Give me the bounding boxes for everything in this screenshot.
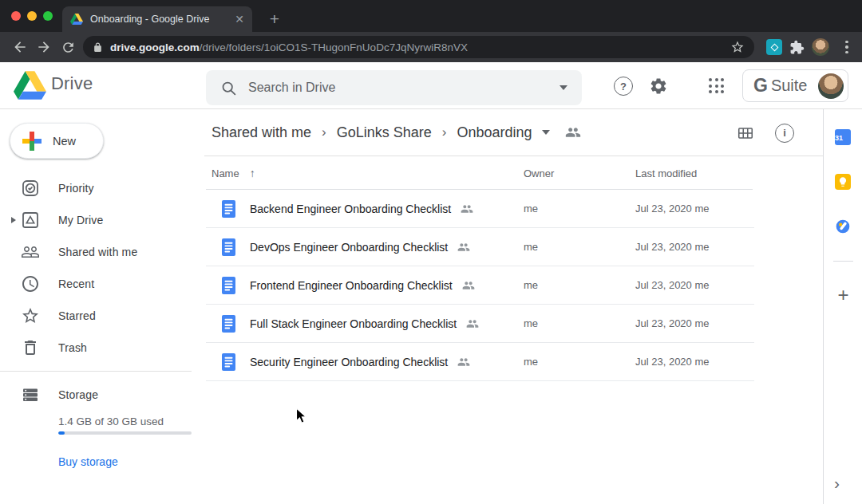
sidebar-item-starred[interactable]: Starred bbox=[0, 300, 204, 332]
file-name[interactable]: Backend Engineer Onboarding Checklist bbox=[250, 203, 451, 215]
settings-gear-icon[interactable] bbox=[649, 77, 668, 96]
file-row[interactable]: DevOps Engineer Onboarding ChecklistmeJu… bbox=[206, 228, 754, 266]
add-app-icon[interactable]: + bbox=[833, 285, 853, 305]
url-path: /drive/folders/1oiCO1S-THugonFnUoDc7JqNy… bbox=[200, 41, 468, 53]
sidebar-nav: PriorityMy DriveShared with meRecentStar… bbox=[0, 172, 204, 364]
folder-dropdown-caret-icon[interactable] bbox=[542, 130, 550, 135]
calendar-icon[interactable]: 31 bbox=[835, 129, 851, 145]
window-close-button[interactable] bbox=[11, 11, 21, 21]
search-options-caret-icon[interactable] bbox=[560, 85, 567, 90]
tab-close-icon[interactable]: ✕ bbox=[235, 14, 244, 25]
column-header-name[interactable]: Name bbox=[212, 167, 239, 179]
collapse-panel-chevron-icon[interactable]: › bbox=[834, 474, 840, 493]
storage-usage-text: 1.4 GB of 30 GB used bbox=[58, 415, 164, 427]
breadcrumb: Shared with me›GoLinks Share›Onboarding … bbox=[204, 109, 823, 156]
breadcrumb-item-golinks-share[interactable]: GoLinks Share bbox=[337, 124, 432, 141]
file-name[interactable]: Security Engineer Onboarding Checklist bbox=[250, 356, 448, 368]
sidebar-item-shared-with-me[interactable]: Shared with me bbox=[0, 236, 204, 268]
sidebar-item-storage[interactable]: Storage bbox=[0, 379, 204, 411]
google-doc-icon bbox=[222, 200, 235, 218]
url-domain: drive.google.com bbox=[110, 41, 200, 53]
keep-icon[interactable] bbox=[835, 174, 851, 190]
recent-icon bbox=[21, 274, 40, 293]
grid-view-icon[interactable] bbox=[737, 124, 754, 142]
lock-icon[interactable] bbox=[93, 42, 103, 53]
calendar-day: 31 bbox=[835, 134, 843, 142]
sidebar-item-recent[interactable]: Recent bbox=[0, 268, 204, 300]
forward-icon[interactable] bbox=[32, 35, 56, 59]
reload-icon[interactable] bbox=[56, 35, 80, 59]
drive-logo-icon[interactable] bbox=[14, 71, 46, 100]
extension-badge-icon[interactable] bbox=[766, 39, 782, 55]
info-icon[interactable]: i bbox=[775, 124, 794, 143]
help-icon[interactable]: ? bbox=[614, 77, 633, 96]
account-avatar[interactable] bbox=[818, 73, 844, 99]
sidebar-item-label: Trash bbox=[58, 341, 87, 354]
sidebar-item-label: My Drive bbox=[58, 214, 103, 226]
sidebar-item-my-drive[interactable]: My Drive bbox=[0, 204, 204, 236]
sort-ascending-icon[interactable]: ↑ bbox=[250, 167, 255, 179]
google-doc-icon bbox=[222, 353, 235, 371]
file-modified: Jul 23, 2020 me bbox=[635, 241, 754, 253]
storage-label: Storage bbox=[58, 388, 98, 401]
browser-menu-icon[interactable] bbox=[840, 41, 854, 53]
trash-icon bbox=[21, 338, 40, 357]
panel-divider bbox=[833, 261, 853, 262]
drive-header: Drive Search in Drive ? G Suite bbox=[0, 62, 862, 109]
new-button[interactable]: New bbox=[10, 123, 104, 159]
file-row[interactable]: Backend Engineer Onboarding ChecklistmeJ… bbox=[206, 190, 754, 228]
url-bar[interactable]: drive.google.com/drive/folders/1oiCO1S-T… bbox=[83, 36, 754, 58]
shared-people-icon bbox=[461, 203, 473, 215]
companion-panel: 31 + › bbox=[823, 109, 862, 504]
sidebar-item-label: Priority bbox=[58, 182, 94, 195]
google-apps-grid-icon[interactable] bbox=[709, 78, 725, 94]
file-list: Backend Engineer Onboarding ChecklistmeJ… bbox=[204, 190, 823, 381]
file-name[interactable]: Full Stack Engineer Onboarding Checklist bbox=[250, 317, 457, 330]
google-plus-icon bbox=[22, 132, 42, 151]
file-name[interactable]: DevOps Engineer Onboarding Checklist bbox=[250, 241, 448, 254]
file-table-header: Name ↑ Owner Last modified bbox=[204, 156, 823, 190]
buy-storage-link[interactable]: Buy storage bbox=[58, 455, 118, 468]
search-bar[interactable]: Search in Drive bbox=[206, 70, 582, 105]
file-row[interactable]: Full Stack Engineer Onboarding Checklist… bbox=[206, 305, 754, 343]
expand-arrow-icon[interactable] bbox=[11, 217, 16, 223]
browser-tab-bar: Onboarding - Google Drive ✕ + bbox=[0, 0, 862, 32]
column-header-owner[interactable]: Owner bbox=[524, 167, 635, 179]
drive-favicon-icon bbox=[70, 14, 83, 25]
file-name[interactable]: Frontend Engineer Onboarding Checklist bbox=[250, 279, 453, 292]
new-tab-button[interactable]: + bbox=[263, 8, 286, 30]
file-row[interactable]: Frontend Engineer Onboarding Checklistme… bbox=[206, 266, 754, 305]
search-icon[interactable] bbox=[220, 80, 237, 96]
extensions-puzzle-icon[interactable] bbox=[789, 40, 805, 55]
sidebar-item-priority[interactable]: Priority bbox=[0, 172, 204, 204]
back-icon[interactable] bbox=[8, 35, 32, 59]
breadcrumb-item-onboarding[interactable]: Onboarding bbox=[457, 124, 532, 141]
new-button-label: New bbox=[53, 135, 76, 148]
window-zoom-button[interactable] bbox=[43, 11, 53, 21]
browser-profile-avatar[interactable] bbox=[812, 38, 829, 56]
main-content: Shared with me›GoLinks Share›Onboarding … bbox=[204, 109, 823, 504]
shared-people-icon bbox=[462, 279, 475, 292]
file-row[interactable]: Security Engineer Onboarding Checklistme… bbox=[206, 343, 754, 381]
tab-title: Onboarding - Google Drive bbox=[90, 14, 230, 25]
tasks-icon[interactable] bbox=[835, 219, 851, 234]
google-doc-icon bbox=[222, 277, 235, 294]
bookmark-star-icon[interactable] bbox=[730, 40, 745, 54]
file-modified: Jul 23, 2020 me bbox=[635, 356, 754, 368]
column-header-modified[interactable]: Last modified bbox=[635, 167, 823, 179]
search-input[interactable]: Search in Drive bbox=[248, 81, 560, 95]
google-doc-icon bbox=[222, 238, 235, 256]
account-brand-badge[interactable]: G Suite bbox=[742, 69, 848, 102]
breadcrumb-item-shared-with-me[interactable]: Shared with me bbox=[212, 124, 311, 141]
app-name[interactable]: Drive bbox=[51, 73, 93, 94]
priority-icon bbox=[21, 179, 40, 198]
window-minimize-button[interactable] bbox=[27, 11, 37, 21]
file-owner: me bbox=[524, 241, 635, 253]
my-drive-icon bbox=[21, 211, 40, 230]
storage-icon bbox=[21, 385, 40, 404]
browser-tab[interactable]: Onboarding - Google Drive ✕ bbox=[62, 6, 252, 32]
sidebar-item-label: Shared with me bbox=[58, 246, 137, 258]
sidebar-item-trash[interactable]: Trash bbox=[0, 332, 204, 364]
gsuite-g-logo: G bbox=[753, 75, 768, 96]
shared-people-icon bbox=[457, 356, 470, 368]
